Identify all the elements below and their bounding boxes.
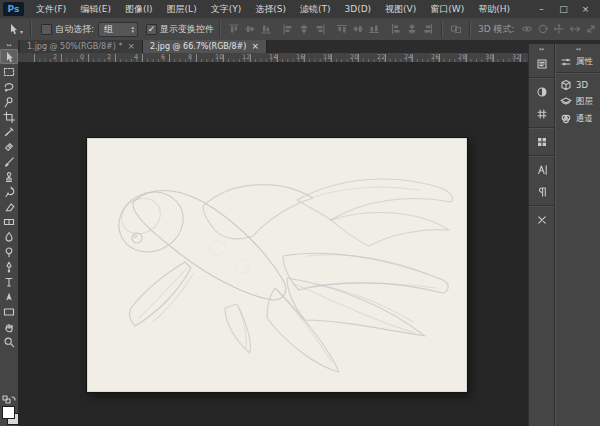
type-tool[interactable] — [0, 274, 18, 289]
distribute-right-edges-button[interactable] — [420, 22, 436, 37]
default-colors-icon[interactable] — [2, 395, 16, 404]
spot-healing-brush-tool[interactable] — [0, 139, 18, 154]
menu-help[interactable]: 帮助(H) — [471, 0, 517, 18]
path-selection-tool[interactable] — [0, 289, 18, 304]
gradient-tool[interactable] — [0, 214, 18, 229]
menu-type[interactable]: 文字(Y) — [204, 0, 249, 18]
ruler-number: 30 — [485, 53, 493, 61]
tab-1jpg[interactable]: 1.jpg @ 50%(RGB/8#) * × — [20, 40, 143, 53]
divider — [30, 21, 32, 37]
tab-2jpg[interactable]: 2.jpg @ 66.7%(RGB/8#) × — [143, 40, 267, 53]
adjustments-panel-button[interactable] — [529, 81, 554, 103]
tab-close-icon[interactable]: × — [127, 40, 135, 53]
divider — [469, 21, 471, 37]
menu-3d[interactable]: 3D(D) — [337, 0, 378, 18]
tool-preset-caret-icon[interactable]: ▾ — [20, 28, 23, 35]
align-bottom-edges-button[interactable] — [258, 22, 274, 37]
menu-image[interactable]: 图像(I) — [118, 0, 160, 18]
distribute-left-edges-button[interactable] — [388, 22, 404, 37]
document-image-goldfish[interactable] — [87, 138, 467, 392]
close-button[interactable]: × — [579, 0, 592, 18]
menu-edit[interactable]: 编辑(E) — [73, 0, 118, 18]
rotate-3d-camera-button[interactable] — [519, 22, 535, 37]
pan-3d-camera-button[interactable] — [551, 22, 567, 37]
distribute-bottom-edges-button[interactable] — [366, 22, 382, 37]
minimize-button[interactable]: – — [535, 0, 548, 18]
info-panel-button[interactable] — [529, 103, 554, 125]
ruler-number: 4 — [134, 53, 138, 61]
character-panel-button[interactable] — [529, 159, 554, 181]
crop-tool[interactable] — [0, 109, 18, 124]
properties-panel-button-label: 属性 — [576, 56, 593, 68]
distribute-top-edges-button[interactable] — [334, 22, 350, 37]
history-panel-button[interactable] — [529, 53, 554, 75]
ruler-number: 32 — [512, 53, 520, 61]
properties-panel-button[interactable]: 属性 — [556, 53, 600, 70]
ruler-number: 18 — [323, 53, 331, 61]
hand-tool[interactable] — [0, 319, 18, 334]
3d-panel-button[interactable]: 3D — [556, 76, 600, 93]
menu-view[interactable]: 视图(V) — [378, 0, 423, 18]
dropdown-spinner-icon[interactable]: ▴▾ — [132, 25, 138, 33]
brush-tool[interactable] — [0, 154, 18, 169]
auto-select-target-dropdown[interactable]: 组 ▴▾ — [98, 22, 138, 37]
tools-panel-toggle[interactable]: ↔ — [0, 40, 18, 49]
photoshop-logo: Ps — [3, 2, 24, 16]
ruler-number: 0 — [80, 53, 84, 61]
ruler-number: 6 — [161, 53, 165, 61]
rectangle-tool[interactable] — [0, 304, 18, 319]
channels-panel-button-label: 通道 — [576, 113, 593, 125]
roll-3d-camera-button[interactable] — [535, 22, 551, 37]
tool-presets-panel-button[interactable] — [529, 209, 554, 231]
show-transform-controls-checkbox[interactable]: ✓ — [146, 24, 157, 35]
tab-close-icon[interactable]: × — [251, 40, 259, 53]
clone-stamp-tool[interactable] — [0, 169, 18, 184]
align-vertical-centers-button[interactable] — [242, 22, 258, 37]
menu-layer[interactable]: 图层(L) — [160, 0, 204, 18]
distribute-vertical-centers-button[interactable] — [350, 22, 366, 37]
maximize-button[interactable]: □ — [557, 0, 570, 18]
move-tool[interactable] — [0, 49, 18, 64]
presets-icon — [535, 213, 549, 227]
rectangular-marquee-tool[interactable] — [0, 64, 18, 79]
pen-tool[interactable] — [0, 259, 18, 274]
menu-window[interactable]: 窗口(W) — [423, 0, 471, 18]
menu-select[interactable]: 选择(S) — [248, 0, 293, 18]
foreground-color-swatch[interactable] — [2, 406, 15, 419]
align-horizontal-centers-button[interactable] — [296, 22, 312, 37]
blur-tool[interactable] — [0, 229, 18, 244]
auto-select-checkbox[interactable] — [41, 24, 52, 35]
panel-strip-collapse-toggle[interactable]: ↔ — [529, 44, 554, 53]
history-brush-tool[interactable] — [0, 184, 18, 199]
3d-mode-label: 3D 模式: — [478, 23, 515, 36]
panel-group-divider — [529, 205, 554, 207]
eraser-tool[interactable] — [0, 199, 18, 214]
zoom-3d-camera-button[interactable] — [583, 22, 599, 37]
panel-strip-collapse-toggle[interactable]: ↔ — [556, 44, 600, 53]
align-top-edges-button[interactable] — [226, 22, 242, 37]
ruler-number: 14 — [269, 53, 277, 61]
layers-icon — [559, 95, 572, 109]
3d-panel-button-label: 3D — [576, 80, 588, 90]
dodge-tool[interactable] — [0, 244, 18, 259]
move-tool-icon[interactable] — [6, 22, 20, 36]
menu-file[interactable]: 文件(F) — [29, 0, 73, 18]
paragraph-panel-button[interactable] — [529, 181, 554, 203]
slide-3d-camera-button[interactable] — [567, 22, 583, 37]
zoom-tool[interactable] — [0, 334, 18, 349]
distribute-horizontal-centers-button[interactable] — [404, 22, 420, 37]
quick-selection-tool[interactable] — [0, 94, 18, 109]
adj-icon — [535, 85, 549, 99]
swatches-panel-button[interactable] — [529, 131, 554, 153]
eyedropper-tool[interactable] — [0, 124, 18, 139]
layers-panel-button[interactable]: 图层 — [556, 93, 600, 110]
auto-align-layers-button[interactable] — [448, 22, 464, 37]
lasso-tool[interactable] — [0, 79, 18, 94]
auto-align-slot — [448, 22, 464, 37]
menu-filter[interactable]: 滤镜(T) — [293, 0, 338, 18]
channels-panel-button[interactable]: 通道 — [556, 110, 600, 127]
align-left-edges-button[interactable] — [280, 22, 296, 37]
align-right-edges-button[interactable] — [312, 22, 328, 37]
photoshop-window: Ps 文件(F)编辑(E)图像(I)图层(L)文字(Y)选择(S)滤镜(T)3D… — [0, 0, 600, 426]
goldfish-illustration — [87, 138, 467, 392]
